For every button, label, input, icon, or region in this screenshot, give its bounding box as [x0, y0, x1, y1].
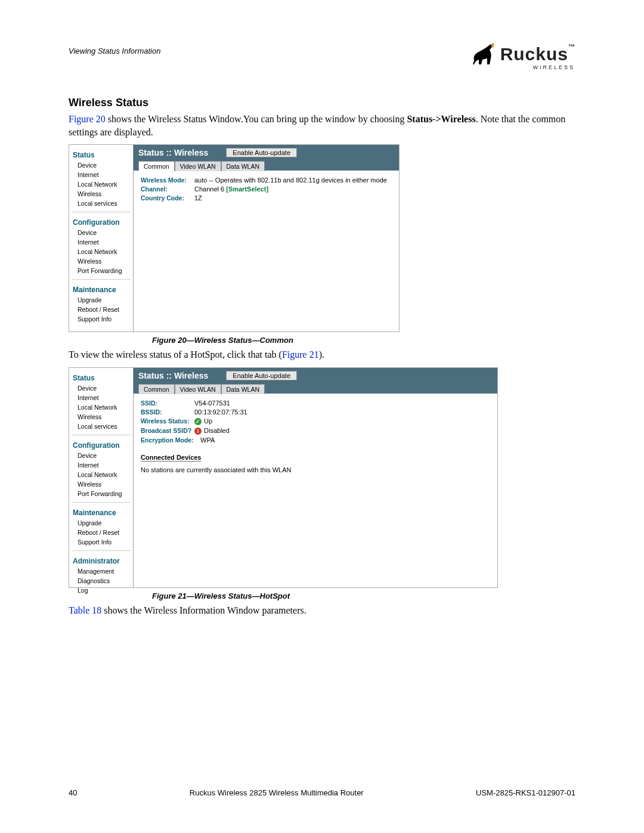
kv-key: Encryption Mode:: [141, 436, 200, 444]
sidebar-item[interactable]: Upgrade: [69, 518, 133, 528]
sidebar-item[interactable]: Device: [69, 228, 133, 237]
page-footer: 40 Ruckus Wireless 2825 Wireless Multime…: [69, 788, 575, 797]
sidebar-item[interactable]: Internet: [69, 460, 133, 470]
kv-val: auto -- Operates with 802.11b and 802.11…: [194, 176, 387, 184]
kv-val: V54-077531: [194, 400, 230, 407]
sidebar-item[interactable]: Wireless: [69, 189, 133, 199]
figure-20-screenshot: Status Device Internet Local Network Wir…: [69, 144, 400, 332]
sidebar-item[interactable]: Wireless: [69, 479, 133, 489]
tab-data-wlan[interactable]: Data WLAN: [221, 384, 265, 394]
footer-docid: USM-2825-RKS1-012907-01: [476, 788, 575, 797]
sidebar-item[interactable]: Upgrade: [69, 295, 133, 305]
kv-val: !Disabled: [194, 427, 230, 435]
kv-val: Channel 6 [SmartSelect]: [194, 185, 268, 193]
sidebar-status-title: Status: [69, 371, 133, 383]
figure-21-screenshot: Status Device Internet Local Network Wir…: [69, 367, 498, 588]
page-header: Viewing Status Information Ruckus™ WIREL…: [69, 42, 575, 67]
sidebar-item[interactable]: Port Forwarding: [69, 266, 133, 275]
table-18-link[interactable]: Table 18: [69, 605, 101, 615]
sidebar-fig21: Status Device Internet Local Network Wir…: [69, 368, 134, 587]
tab-row: Common Video WLAN Data WLAN: [134, 383, 497, 394]
kv-val: ✓Up: [194, 417, 212, 425]
sidebar-item[interactable]: Local Network: [69, 179, 133, 189]
sidebar-item[interactable]: Internet: [69, 237, 133, 247]
content-fig21: Status :: Wireless Enable Auto-update Co…: [134, 368, 497, 587]
sidebar-item[interactable]: Device: [69, 160, 133, 170]
content-body: SSID: V54-077531 BSSID: 00:13:92:07:75:3…: [134, 394, 497, 479]
figure-20-link[interactable]: Figure 20: [69, 114, 106, 124]
status-up-icon: ✓: [194, 418, 202, 425]
kv-val: 1Z: [194, 194, 202, 202]
intro-paragraph-2: To view the wireless status of a HotSpot…: [69, 348, 575, 361]
sidebar-item[interactable]: Internet: [69, 170, 133, 179]
footer-center: Ruckus Wireless 2825 Wireless Multimedia…: [190, 788, 364, 797]
kv-key: Broadcast SSID?: [141, 427, 194, 434]
sidebar-item[interactable]: Reboot / Reset: [69, 305, 133, 314]
content-body: Wireless Mode: auto -- Operates with 802…: [134, 171, 399, 209]
sidebar-item[interactable]: Support Info: [69, 537, 133, 547]
figure-21-caption: Figure 21—Wireless Status—HotSpot: [69, 592, 575, 600]
sidebar-item[interactable]: Diagnostics: [69, 576, 133, 586]
tab-row: Common Video WLAN Data WLAN: [134, 160, 399, 171]
sidebar-item[interactable]: Support Info: [69, 314, 133, 324]
status-disabled-icon: !: [194, 428, 202, 435]
figure-21-link[interactable]: Figure 21: [282, 349, 319, 360]
ruckus-dog-icon: [469, 42, 497, 67]
intro-paragraph-3: Table 18 shows the Wireless Information …: [69, 604, 575, 617]
tab-video-wlan[interactable]: Video WLAN: [175, 161, 221, 171]
sidebar-item[interactable]: Device: [69, 383, 133, 393]
title-bar: Status :: Wireless Enable Auto-update: [134, 145, 399, 160]
kv-key: Wireless Status:: [141, 417, 194, 425]
kv-val: WPA: [200, 436, 215, 444]
auto-update-button[interactable]: Enable Auto-update: [226, 371, 297, 380]
brand-name: Ruckus™ WIRELESS: [500, 44, 575, 64]
sidebar-item[interactable]: Port Forwarding: [69, 489, 133, 498]
sidebar-item[interactable]: Device: [69, 451, 133, 460]
brand-logo: Ruckus™ WIRELESS: [469, 42, 575, 67]
connected-devices-header: Connected Devices: [141, 454, 201, 462]
sidebar-item[interactable]: Local services: [69, 422, 133, 431]
sidebar-item[interactable]: Wireless: [69, 256, 133, 266]
running-head: Viewing Status Information: [69, 47, 160, 55]
tab-common[interactable]: Common: [138, 384, 175, 394]
kv-key: BSSID:: [141, 408, 194, 416]
content-fig20: Status :: Wireless Enable Auto-update Co…: [134, 145, 399, 332]
sidebar-item[interactable]: Reboot / Reset: [69, 528, 133, 537]
panel-title: Status :: Wireless: [138, 371, 208, 380]
page-number: 40: [69, 788, 77, 797]
sidebar-item[interactable]: Local Network: [69, 470, 133, 479]
sidebar-item[interactable]: Local services: [69, 199, 133, 208]
sidebar-maint-title: Maintenance: [69, 283, 133, 295]
sidebar-item[interactable]: Internet: [69, 393, 133, 402]
sidebar-status-title: Status: [69, 148, 133, 160]
sidebar-item[interactable]: Local Network: [69, 247, 133, 256]
intro-paragraph-1: Figure 20 shows the Wireless Status Wind…: [69, 113, 575, 138]
title-bar: Status :: Wireless Enable Auto-update: [134, 368, 497, 383]
kv-key: Country Code:: [141, 194, 194, 202]
panel-title: Status :: Wireless: [138, 148, 208, 157]
sidebar-maint-title: Maintenance: [69, 506, 133, 518]
kv-key: Wireless Mode:: [141, 176, 194, 184]
figure-20-caption: Figure 20—Wireless Status—Common: [69, 336, 575, 345]
sidebar-item[interactable]: Local Network: [69, 402, 133, 412]
auto-update-button[interactable]: Enable Auto-update: [226, 148, 297, 157]
kv-key: SSID:: [141, 400, 194, 407]
sidebar-admin-title: Administrator: [69, 555, 133, 566]
sidebar-config-title: Configuration: [69, 216, 133, 228]
tab-common[interactable]: Common: [138, 161, 175, 171]
sidebar-item[interactable]: Log: [69, 586, 133, 595]
sidebar-item[interactable]: Wireless: [69, 412, 133, 422]
tab-data-wlan[interactable]: Data WLAN: [221, 161, 265, 171]
sidebar-fig20: Status Device Internet Local Network Wir…: [69, 145, 134, 332]
tab-video-wlan[interactable]: Video WLAN: [175, 384, 221, 394]
smartselect-tag: [SmartSelect]: [226, 185, 268, 193]
kv-val: 00:13:92:07:75:31: [194, 408, 247, 416]
sidebar-item[interactable]: Management: [69, 566, 133, 576]
brand-subtitle: WIRELESS: [532, 64, 575, 70]
section-title: Wireless Status: [69, 97, 575, 109]
kv-key: Channel:: [141, 185, 194, 193]
sidebar-config-title: Configuration: [69, 439, 133, 451]
connected-devices-msg: No stations are currently associated wit…: [141, 466, 490, 473]
